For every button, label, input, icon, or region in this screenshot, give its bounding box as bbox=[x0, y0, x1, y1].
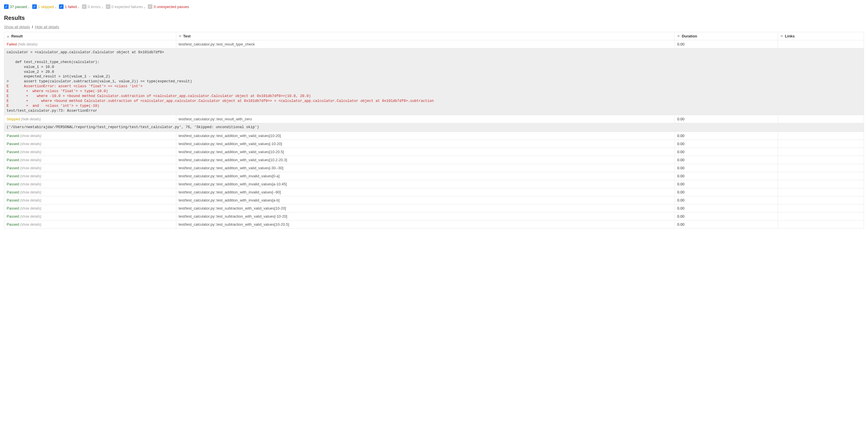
links-cell bbox=[778, 156, 864, 164]
col-header-links[interactable]: Links bbox=[778, 32, 864, 40]
status-label: Passed bbox=[7, 182, 19, 186]
status-label: Passed bbox=[7, 198, 19, 202]
table-row: Passed (show details)test/test_calculato… bbox=[4, 140, 864, 148]
duration-cell: 0.00 bbox=[675, 180, 778, 188]
sort-asc-icon bbox=[7, 35, 9, 37]
table-row: Passed (show details)test/test_calculato… bbox=[4, 156, 864, 164]
table-row: Passed (show details)test/test_calculato… bbox=[4, 213, 864, 221]
filter-expfail-label: 0 expected failures bbox=[112, 5, 143, 9]
filter-failed[interactable]: ✓ 1 failed bbox=[59, 4, 77, 9]
links-cell bbox=[778, 180, 864, 188]
test-name-cell: test/test_calculator.py::test_addition_w… bbox=[176, 188, 675, 196]
status-label: Passed bbox=[7, 190, 19, 194]
links-cell bbox=[778, 172, 864, 180]
table-row: Passed (show details)test/test_calculato… bbox=[4, 204, 864, 213]
filter-expfail[interactable]: ✓ 0 expected failures bbox=[106, 4, 143, 9]
detail-links: Show all details / Hide all details bbox=[4, 25, 864, 29]
show-details-toggle[interactable]: (show details) bbox=[19, 182, 41, 186]
filter-passed[interactable]: ✓ 37 passed bbox=[4, 4, 27, 9]
hide-details-toggle[interactable]: (hide details) bbox=[20, 117, 41, 121]
show-details-toggle[interactable]: (show details) bbox=[19, 158, 41, 162]
show-details-toggle[interactable]: (show details) bbox=[19, 223, 41, 227]
duration-cell: 0.00 bbox=[675, 188, 778, 196]
duration-cell: 0.00 bbox=[675, 164, 778, 172]
table-row: Passed (show details)test/test_calculato… bbox=[4, 180, 864, 188]
hide-details-toggle[interactable]: (hide details) bbox=[17, 42, 37, 46]
show-details-toggle[interactable]: (show details) bbox=[19, 206, 41, 210]
result-cell: Passed (show details) bbox=[4, 148, 176, 156]
test-name-cell: test/test_calculator.py::test_addition_w… bbox=[176, 140, 675, 148]
duration-cell: 0.00 bbox=[675, 148, 778, 156]
links-cell bbox=[778, 196, 864, 204]
links-cell bbox=[778, 115, 864, 123]
checkbox-errors-icon: ✓ bbox=[82, 4, 87, 9]
result-cell: Passed (show details) bbox=[4, 221, 176, 229]
duration-cell: 0.00 bbox=[675, 40, 778, 48]
filter-unexp[interactable]: ✓ 0 unexpected passes bbox=[148, 4, 189, 9]
table-row: Failed (hide details)test/test_calculato… bbox=[4, 40, 864, 48]
show-details-toggle[interactable]: (show details) bbox=[19, 150, 41, 154]
checkbox-expfail-icon: ✓ bbox=[106, 4, 111, 9]
links-cell bbox=[778, 140, 864, 148]
col-header-result[interactable]: Result bbox=[4, 32, 176, 40]
table-row: Passed (show details)test/test_calculato… bbox=[4, 148, 864, 156]
result-cell: Passed (show details) bbox=[4, 188, 176, 196]
test-name-cell: test/test_calculator.py::test_result_typ… bbox=[176, 40, 675, 48]
show-details-toggle[interactable]: (show details) bbox=[19, 134, 41, 138]
hide-all-details-link[interactable]: Hide all details bbox=[35, 25, 59, 29]
links-cell bbox=[778, 132, 864, 140]
filter-errors[interactable]: ✓ 0 errors bbox=[82, 4, 101, 9]
filter-skipped[interactable]: ✓ 1 skipped bbox=[32, 4, 54, 9]
col-header-test[interactable]: Test bbox=[176, 32, 675, 40]
checkbox-failed-icon: ✓ bbox=[59, 4, 64, 9]
traceback-log: calculator = <calculator_app.calculator.… bbox=[7, 50, 861, 113]
filter-bar: ✓ 37 passed , ✓ 1 skipped , ✓ 1 failed ,… bbox=[4, 3, 864, 12]
details-row: ('/Users/neetabirajdar/PERSONAL/reportin… bbox=[4, 123, 864, 132]
status-label: Passed bbox=[7, 166, 19, 170]
duration-cell: 0.00 bbox=[675, 221, 778, 229]
show-all-details-link[interactable]: Show all details bbox=[4, 25, 30, 29]
col-header-duration[interactable]: Duration bbox=[675, 32, 778, 40]
duration-cell: 0.00 bbox=[675, 140, 778, 148]
separator: , bbox=[144, 4, 145, 9]
links-cell bbox=[778, 204, 864, 213]
show-details-toggle[interactable]: (show details) bbox=[19, 215, 41, 219]
links-cell bbox=[778, 188, 864, 196]
separator: , bbox=[55, 4, 56, 9]
test-name-cell: test/test_calculator.py::test_addition_w… bbox=[176, 180, 675, 188]
duration-cell: 0.00 bbox=[675, 213, 778, 221]
filter-passed-label: 37 passed bbox=[10, 5, 27, 9]
test-name-cell: test/test_calculator.py::test_subtractio… bbox=[176, 221, 675, 229]
table-row: Passed (show details)test/test_calculato… bbox=[4, 188, 864, 196]
sort-desc-icon bbox=[179, 35, 182, 37]
test-name-cell: test/test_calculator.py::test_addition_w… bbox=[176, 148, 675, 156]
show-details-toggle[interactable]: (show details) bbox=[19, 174, 41, 178]
show-details-toggle[interactable]: (show details) bbox=[19, 198, 41, 202]
filter-unexp-label: 0 unexpected passes bbox=[154, 5, 189, 9]
links-cell bbox=[778, 148, 864, 156]
result-cell: Passed (show details) bbox=[4, 156, 176, 164]
result-cell: Passed (show details) bbox=[4, 172, 176, 180]
failed-details-cell: calculator = <calculator_app.calculator.… bbox=[4, 48, 864, 115]
separator: , bbox=[28, 4, 29, 9]
result-cell: Passed (show details) bbox=[4, 132, 176, 140]
status-label: Passed bbox=[7, 174, 19, 178]
status-label: Failed bbox=[7, 42, 17, 46]
results-table: Result Test Duration Links Failed (hide … bbox=[4, 32, 864, 229]
table-row: Passed (show details)test/test_calculato… bbox=[4, 132, 864, 140]
table-row: Skipped (hide details)test/test_calculat… bbox=[4, 115, 864, 123]
result-cell: Skipped (hide details) bbox=[4, 115, 176, 123]
show-details-toggle[interactable]: (show details) bbox=[19, 142, 41, 146]
status-label: Passed bbox=[7, 222, 19, 227]
checkbox-skipped-icon: ✓ bbox=[32, 4, 37, 9]
table-row: Passed (show details)test/test_calculato… bbox=[4, 196, 864, 204]
sort-desc-icon bbox=[677, 35, 680, 37]
test-name-cell: test/test_calculator.py::test_result_wit… bbox=[176, 115, 675, 123]
test-name-cell: test/test_calculator.py::test_addition_w… bbox=[176, 172, 675, 180]
checkbox-passed-icon: ✓ bbox=[4, 4, 9, 9]
status-label: Passed bbox=[7, 158, 19, 162]
show-details-toggle[interactable]: (show details) bbox=[19, 166, 41, 170]
skipped-details-cell: ('/Users/neetabirajdar/PERSONAL/reportin… bbox=[4, 123, 864, 132]
duration-cell: 0.00 bbox=[675, 204, 778, 213]
show-details-toggle[interactable]: (show details) bbox=[19, 190, 41, 194]
